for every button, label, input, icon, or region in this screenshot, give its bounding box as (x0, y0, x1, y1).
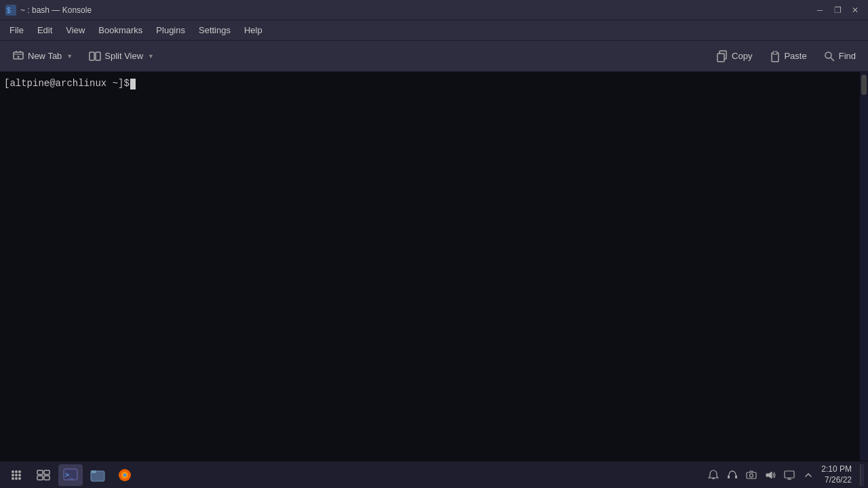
svg-point-22 (12, 477, 14, 480)
paste-icon (768, 50, 781, 62)
display-tray-icon[interactable] (782, 468, 797, 483)
svg-point-20 (15, 474, 18, 476)
paste-label: Paste (784, 51, 806, 61)
system-tray (706, 468, 816, 483)
task-switcher-button[interactable] (31, 464, 56, 486)
svg-rect-9 (96, 52, 100, 60)
svg-point-21 (18, 474, 21, 476)
find-icon (823, 50, 835, 62)
scrollbar-thumb[interactable] (861, 75, 867, 95)
svg-point-40 (750, 474, 753, 477)
svg-rect-28 (44, 476, 50, 480)
new-tab-label: New Tab (28, 51, 62, 61)
taskbar-left: >_ (4, 464, 137, 486)
toolbar-right: Copy Paste Find (709, 44, 863, 68)
terminal-area[interactable]: [altpine@archlinux ~]$ (0, 72, 860, 461)
apps-grid-button[interactable] (4, 464, 28, 486)
svg-rect-27 (37, 476, 43, 480)
copy-button[interactable]: Copy (709, 44, 759, 68)
svg-text:>_: >_ (65, 471, 74, 479)
svg-rect-32 (91, 470, 96, 473)
clock-date: 7/26/22 (825, 475, 852, 486)
split-view-icon (89, 50, 101, 62)
svg-line-15 (831, 58, 834, 61)
find-label: Find (839, 51, 856, 61)
title-bar-left: $ ~ : bash — Konsole (5, 5, 92, 16)
copy-icon (716, 50, 728, 62)
svg-rect-42 (785, 471, 794, 478)
svg-rect-39 (747, 472, 756, 479)
toolbar: New Tab ▼ Split View ▼ Copy (0, 41, 868, 72)
new-tab-dropdown-icon[interactable]: ▼ (66, 53, 73, 60)
svg-rect-26 (44, 470, 50, 474)
title-bar-controls: ─ ❐ ✕ (812, 3, 863, 18)
find-button[interactable]: Find (816, 44, 863, 68)
svg-point-23 (15, 477, 18, 480)
svg-rect-25 (37, 470, 43, 474)
close-button[interactable]: ✕ (848, 3, 863, 18)
firefox-button[interactable] (113, 464, 137, 486)
svg-text:$: $ (7, 7, 11, 14)
menu-plugins[interactable]: Plugins (149, 22, 192, 38)
paste-button[interactable]: Paste (762, 44, 813, 68)
svg-point-17 (15, 470, 18, 473)
tray-expand-icon[interactable] (801, 468, 816, 483)
app-icon: $ (5, 5, 16, 16)
konsole-taskbar-button[interactable]: >_ (58, 464, 83, 486)
svg-point-24 (18, 477, 21, 480)
svg-rect-8 (90, 52, 94, 60)
copy-label: Copy (732, 51, 752, 61)
svg-point-16 (12, 470, 14, 473)
terminal-container[interactable]: [altpine@archlinux ~]$ (0, 72, 868, 461)
menu-help[interactable]: Help (237, 22, 269, 38)
svg-rect-11 (717, 54, 724, 62)
show-desktop-button[interactable] (860, 464, 864, 486)
minimize-button[interactable]: ─ (812, 3, 827, 18)
svg-rect-37 (728, 475, 730, 479)
clock-time: 2:10 PM (821, 464, 852, 475)
menu-bar: File Edit View Bookmarks Plugins Setting… (0, 20, 868, 41)
split-view-dropdown-icon[interactable]: ▼ (148, 53, 154, 60)
new-tab-icon (12, 50, 24, 62)
split-view-label: Split View (104, 51, 143, 61)
menu-file[interactable]: File (3, 22, 31, 38)
svg-point-19 (12, 474, 14, 476)
title-bar: $ ~ : bash — Konsole ─ ❐ ✕ (0, 0, 868, 20)
window-title: ~ : bash — Konsole (20, 5, 92, 15)
volume-tray-icon[interactable] (763, 468, 778, 483)
taskbar-right: 2:10 PM 7/26/22 (706, 464, 864, 486)
svg-point-18 (18, 470, 21, 473)
split-view-button[interactable]: Split View ▼ (82, 44, 161, 68)
taskbar: >_ (0, 461, 868, 488)
svg-point-14 (825, 52, 831, 58)
menu-bookmarks[interactable]: Bookmarks (92, 22, 149, 38)
restore-button[interactable]: ❐ (830, 3, 845, 18)
svg-marker-41 (766, 472, 772, 479)
svg-rect-13 (773, 52, 777, 54)
audio-headset-tray-icon[interactable] (725, 468, 740, 483)
system-clock[interactable]: 2:10 PM 7/26/22 (821, 464, 852, 485)
notifications-tray-icon[interactable] (706, 468, 721, 483)
file-manager-button[interactable] (85, 464, 110, 486)
camera-tray-icon[interactable] (744, 468, 759, 483)
terminal-prompt: [altpine@archlinux ~]$ (4, 77, 856, 91)
prompt-text: [altpine@archlinux ~]$ (4, 77, 130, 91)
menu-view[interactable]: View (59, 22, 92, 38)
svg-point-35 (123, 473, 127, 476)
menu-settings[interactable]: Settings (192, 22, 237, 38)
svg-rect-38 (735, 475, 737, 479)
terminal-cursor (130, 79, 136, 89)
menu-edit[interactable]: Edit (31, 22, 59, 38)
new-tab-button[interactable]: New Tab ▼ (5, 44, 79, 68)
scrollbar-track[interactable] (860, 72, 868, 461)
